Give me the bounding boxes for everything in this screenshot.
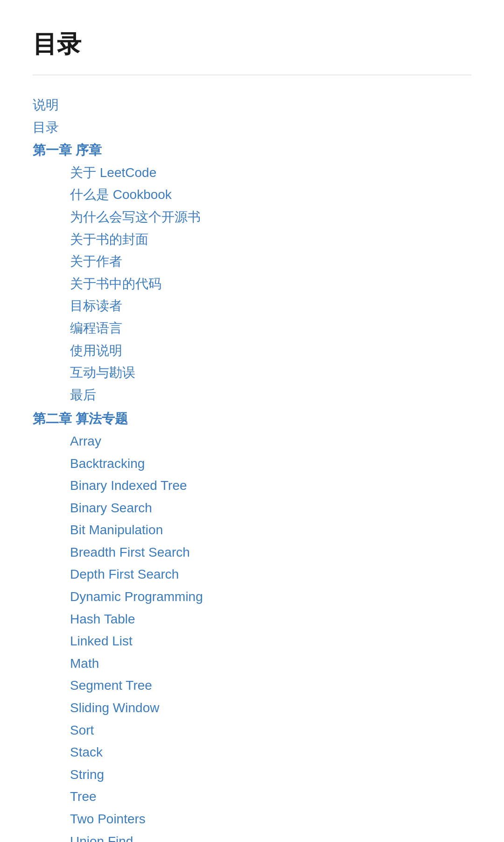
- toc-ch2-item-10[interactable]: Math: [70, 652, 471, 675]
- page-title: 目录: [33, 28, 471, 61]
- toc-ch2-item-15[interactable]: String: [70, 764, 471, 786]
- toc-ch2-item-9[interactable]: Linked List: [70, 630, 471, 652]
- toc-ch2-item-12[interactable]: Sliding Window: [70, 697, 471, 719]
- toc-link-shuoming[interactable]: 说明: [33, 94, 471, 116]
- toc-ch2-item-14[interactable]: Stack: [70, 741, 471, 764]
- chapter1-items: 关于 LeetCode什么是 Cookbook为什么会写这个开源书关于书的封面关…: [33, 162, 471, 406]
- toc-ch1-item-9[interactable]: 互动与勘误: [70, 361, 471, 384]
- toc-ch1-item-5[interactable]: 关于书中的代码: [70, 273, 471, 295]
- toc-ch2-item-3[interactable]: Binary Search: [70, 497, 471, 519]
- toc-ch1-item-6[interactable]: 目标读者: [70, 295, 471, 317]
- toc-ch2-item-6[interactable]: Depth First Search: [70, 563, 471, 586]
- toc-chapter-1[interactable]: 第一章 序章: [33, 139, 471, 162]
- toc-ch1-item-1[interactable]: 什么是 Cookbook: [70, 184, 471, 206]
- toc-ch1-item-7[interactable]: 编程语言: [70, 317, 471, 340]
- toc-ch2-item-4[interactable]: Bit Manipulation: [70, 519, 471, 541]
- chapter2-items: ArrayBacktrackingBinary Indexed TreeBina…: [33, 430, 471, 842]
- toc-ch2-item-1[interactable]: Backtracking: [70, 453, 471, 475]
- toc-chapter-2[interactable]: 第二章 算法专题: [33, 408, 471, 430]
- toc-ch2-item-11[interactable]: Segment Tree: [70, 674, 471, 697]
- toc-ch2-item-16[interactable]: Tree: [70, 785, 471, 808]
- toc-ch1-item-3[interactable]: 关于书的封面: [70, 228, 471, 251]
- toc-link-mulu[interactable]: 目录: [33, 116, 471, 139]
- toc-ch2-item-17[interactable]: Two Pointers: [70, 808, 471, 830]
- toc-ch2-item-2[interactable]: Binary Indexed Tree: [70, 474, 471, 497]
- toc-ch2-item-5[interactable]: Breadth First Search: [70, 541, 471, 564]
- toc-ch2-item-18[interactable]: Union Find: [70, 830, 471, 842]
- toc-ch1-item-0[interactable]: 关于 LeetCode: [70, 162, 471, 184]
- toc-ch1-item-2[interactable]: 为什么会写这个开源书: [70, 206, 471, 228]
- toc-ch1-item-4[interactable]: 关于作者: [70, 250, 471, 273]
- toc-ch2-item-0[interactable]: Array: [70, 430, 471, 453]
- toc-container: 说明 目录 第一章 序章 关于 LeetCode什么是 Cookbook为什么会…: [33, 94, 471, 842]
- toc-ch2-item-8[interactable]: Hash Table: [70, 608, 471, 630]
- toc-ch2-item-13[interactable]: Sort: [70, 719, 471, 742]
- divider: [33, 75, 471, 75]
- toc-ch1-item-8[interactable]: 使用说明: [70, 340, 471, 362]
- toc-ch2-item-7[interactable]: Dynamic Programming: [70, 586, 471, 608]
- toc-ch1-item-10[interactable]: 最后: [70, 384, 471, 406]
